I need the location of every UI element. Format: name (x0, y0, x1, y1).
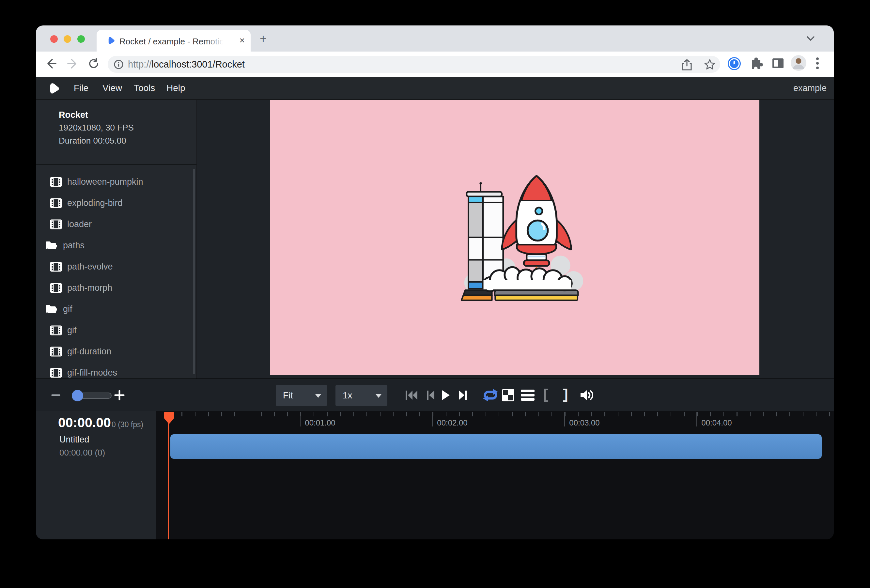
url-bar[interactable]: http://localhost:3001/Rocket (108, 56, 720, 73)
size-fit-value: Fit (283, 390, 293, 400)
sidebar-item-label: gif-duration (67, 347, 111, 357)
composition-list: halloween-pumpkin exploding-bird loader … (36, 165, 197, 378)
url-text[interactable]: http://localhost:3001/Rocket (128, 59, 245, 70)
back-icon[interactable] (45, 57, 57, 71)
timeline-zoom-out-icon[interactable] (52, 394, 60, 396)
timeline-sequence-bar[interactable] (170, 434, 822, 459)
sidebar-item-label: path-evolve (67, 262, 113, 272)
menu-file[interactable]: File (70, 77, 92, 100)
sidebar-toggle-icon[interactable] (771, 56, 785, 72)
browser-toolbar: http://localhost:3001/Rocket (36, 52, 834, 77)
sidebar-item-label: paths (63, 241, 85, 251)
url-path: localhost:3001/Rocket (152, 59, 245, 70)
sidebar-item-gif[interactable]: gif (36, 320, 197, 341)
ruler-label: 00:03.00 (565, 418, 604, 427)
out-marker-icon[interactable]: ] (561, 387, 569, 403)
remotion-logo-icon[interactable] (47, 82, 60, 96)
menu-view[interactable]: View (99, 77, 125, 100)
film-icon (50, 368, 62, 378)
sidebar-item-exploding-bird[interactable]: exploding-bird (36, 192, 197, 214)
chevron-down-icon (375, 394, 381, 398)
project-name-label: example (793, 77, 827, 100)
play-icon[interactable] (441, 390, 450, 401)
menu-help[interactable]: Help (163, 77, 189, 100)
playhead-line[interactable] (168, 412, 169, 539)
fullscreen-window-button[interactable] (77, 35, 85, 43)
timeline-rows-icon[interactable] (520, 389, 535, 401)
in-marker-icon[interactable]: [ (541, 387, 550, 403)
size-fit-dropdown[interactable]: Fit (276, 385, 327, 406)
site-info-icon[interactable] (113, 60, 124, 71)
tab-search-chevron-icon[interactable] (806, 36, 815, 42)
composition-duration: Duration 00:05.00 (59, 136, 134, 146)
ruler-label: 00:01.00 (300, 418, 340, 427)
timeline-zoom-slider-knob[interactable] (72, 390, 83, 401)
composition-title: Rocket (59, 110, 134, 120)
browser-tab[interactable]: Rocket / example - Remotion P × (97, 30, 250, 52)
minimize-window-button[interactable] (64, 35, 71, 43)
playback-speed-value: 1x (343, 390, 352, 400)
sidebar-item-path-morph[interactable]: path-morph (36, 277, 197, 299)
new-tab-button[interactable]: + (260, 34, 267, 44)
playhead-marker[interactable] (164, 411, 174, 426)
reload-icon[interactable] (88, 57, 100, 71)
extensions-puzzle-icon[interactable] (749, 56, 763, 72)
previous-frame-icon[interactable] (426, 390, 435, 400)
remotion-favicon-icon (106, 36, 115, 46)
player-area (198, 100, 834, 378)
track-duration: 00:00.00 (0) (60, 448, 105, 458)
rocket-illustration (270, 100, 759, 375)
onepassword-extension-icon[interactable] (727, 56, 742, 73)
composition-info: Rocket 1920x1080, 30 FPS Duration 00:05.… (59, 110, 134, 146)
video-preview-canvas (270, 100, 759, 375)
timeline-track-area[interactable]: 00:01.00 00:02.00 00:03.00 00:04.00 (156, 411, 834, 539)
bookmark-star-icon[interactable] (703, 58, 716, 72)
sidebar-folder-paths[interactable]: paths (36, 235, 197, 256)
sidebar-item-label: gif-fill-modes (67, 368, 117, 378)
chevron-down-icon (315, 394, 321, 398)
film-icon (50, 283, 62, 293)
jump-to-start-icon[interactable] (405, 390, 418, 400)
film-icon (50, 177, 62, 187)
forward-icon[interactable] (66, 57, 79, 71)
playback-speed-dropdown[interactable]: 1x (335, 385, 387, 406)
sidebar-item-label: loader (67, 219, 92, 229)
folder-open-icon (45, 241, 58, 251)
track-name: Untitled (60, 435, 89, 445)
timeline-zoom-in-icon[interactable] (114, 390, 125, 400)
sidebar-item-halloween-pumpkin[interactable]: halloween-pumpkin (36, 171, 197, 192)
sidebar-item-gif-fill-modes[interactable]: gif-fill-modes (36, 362, 197, 378)
menu-tools[interactable]: Tools (131, 77, 158, 100)
tab-title-fade (204, 34, 228, 48)
browser-menu-dots-icon[interactable] (816, 57, 819, 71)
sidebar-item-loader[interactable]: loader (36, 214, 197, 235)
timeline-ruler-minor-ticks[interactable] (168, 412, 831, 416)
sidebar-item-label: path-morph (67, 283, 112, 293)
sidebar-folder-gif[interactable]: gif (36, 299, 197, 320)
volume-icon[interactable] (579, 389, 594, 402)
share-icon[interactable] (681, 59, 693, 73)
sidebar-item-gif-duration[interactable]: gif-duration (36, 341, 197, 362)
sidebar-scrollbar[interactable] (193, 169, 195, 374)
browser-window: Rocket / example - Remotion P × + http:/… (36, 25, 834, 539)
loop-icon[interactable] (482, 388, 499, 402)
compositions-sidebar: Rocket 1920x1080, 30 FPS Duration 00:05.… (36, 100, 197, 378)
film-icon (50, 261, 62, 272)
film-icon (50, 198, 62, 208)
main-area: Rocket 1920x1080, 30 FPS Duration 00:05.… (36, 100, 834, 378)
close-window-button[interactable] (50, 35, 58, 43)
tab-close-icon[interactable]: × (240, 35, 245, 46)
timeline-info-panel: 00:00.00 0 (30 fps) Untitled 00:00.00 (0… (36, 411, 156, 539)
tab-strip: Rocket / example - Remotion P × + (36, 25, 834, 52)
timeline-panel: 00:00.00 0 (30 fps) Untitled 00:00.00 (0… (36, 411, 834, 539)
sidebar-item-path-evolve[interactable]: path-evolve (36, 256, 197, 277)
profile-avatar[interactable] (790, 55, 807, 73)
sidebar-item-label: exploding-bird (67, 198, 123, 208)
next-frame-icon[interactable] (459, 390, 468, 400)
transparency-checkerboard-icon[interactable] (501, 388, 515, 402)
film-icon (50, 325, 62, 336)
current-frame-display: 0 (30 fps) (112, 420, 143, 429)
film-icon (50, 346, 62, 357)
ruler-label: 00:02.00 (432, 418, 472, 427)
sidebar-item-label: gif (63, 304, 73, 314)
